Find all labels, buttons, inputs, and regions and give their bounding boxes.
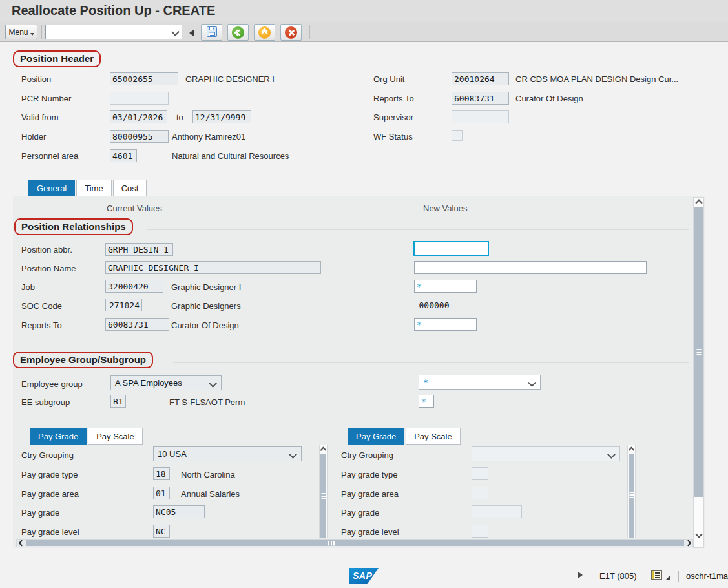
position-abbr-current-field[interactable] <box>105 243 173 256</box>
tab-general[interactable]: General <box>28 180 75 196</box>
holder-desc: Anthony Ramirez01 <box>172 132 245 142</box>
toolbar-separator <box>41 25 42 39</box>
pay-grade-area-label: Pay grade area <box>21 489 79 499</box>
position-name-new-field[interactable] <box>414 261 647 274</box>
collapse-left-icon[interactable] <box>189 30 194 36</box>
section-position-relationships: Position Relationships <box>14 218 133 235</box>
pay-grade-area-desc: Annual Salaries <box>181 489 240 499</box>
ee-subgroup-current-field[interactable] <box>110 395 126 408</box>
scroll-right-icon[interactable] <box>684 540 692 547</box>
divider <box>147 229 689 230</box>
employee-group-select[interactable]: A SPA Employees <box>110 375 222 390</box>
valid-from-field[interactable] <box>110 110 167 123</box>
org-unit-label: Org Unit <box>373 74 404 84</box>
tab-cost[interactable]: Cost <box>113 180 147 196</box>
position-name-current-field[interactable] <box>105 261 321 274</box>
scroll-thumb[interactable] <box>694 207 703 497</box>
holder-label: Holder <box>21 132 46 142</box>
job-desc: Graphic Designer I <box>171 282 241 292</box>
chevron-down-icon <box>528 379 536 387</box>
ee-subgroup-desc: FT S-FLSAOT Perm <box>169 397 245 407</box>
exit-button[interactable] <box>254 24 275 41</box>
horizontal-scrollbar[interactable] <box>16 539 693 547</box>
menu-button[interactable]: Menu <box>5 25 37 39</box>
pay-grade-field[interactable] <box>153 505 205 518</box>
chevron-down-icon <box>289 450 297 459</box>
scroll-thumb[interactable] <box>26 540 684 546</box>
tab-pay-grade-new[interactable]: Pay Grade <box>348 428 404 445</box>
ctry-grouping-select[interactable]: 10 USA <box>153 446 302 461</box>
pcr-number-field[interactable] <box>110 92 169 105</box>
reports-to-field[interactable] <box>452 92 509 105</box>
supervisor-label: Supervisor <box>373 112 413 122</box>
scroll-up-icon[interactable] <box>320 446 327 453</box>
ctry-grouping-new-select[interactable] <box>472 446 620 461</box>
sap-logo: SAP <box>349 568 379 584</box>
pay-grade-area-new-field[interactable] <box>472 487 488 499</box>
cancel-button[interactable] <box>280 24 302 41</box>
soc-code-desc: Graphic Designers <box>171 301 241 311</box>
pay-grade-type-new-field[interactable] <box>472 467 488 480</box>
scroll-left-icon[interactable] <box>17 540 25 547</box>
back-icon <box>232 26 244 39</box>
scroll-down-icon[interactable] <box>694 531 703 538</box>
personnel-area-field[interactable] <box>110 149 137 162</box>
status-menu-caret-icon[interactable] <box>666 576 670 580</box>
status-expand-icon[interactable] <box>578 572 583 578</box>
ctry-grouping-label: Ctry Grouping <box>21 450 74 460</box>
back-button[interactable] <box>227 24 249 41</box>
pay-current-vertical-scrollbar[interactable] <box>319 445 328 538</box>
wf-status-label: WF Status <box>373 132 413 142</box>
pay-grade-area-field[interactable] <box>153 487 170 499</box>
section-employee-group: Employee Group/Subgroup <box>13 352 153 368</box>
command-combobox[interactable] <box>45 25 182 39</box>
pay-grade-type-new-label: Pay grade type <box>341 470 397 479</box>
reports-to-desc: Curator Of Design <box>515 94 583 103</box>
pay-current-tabstrip: Pay Grade Pay Scale <box>30 428 143 445</box>
command-input[interactable] <box>48 26 165 39</box>
valid-to-field[interactable] <box>192 110 251 123</box>
tab-time[interactable]: Time <box>76 180 111 196</box>
tab-pay-scale-current[interactable]: Pay Scale <box>88 428 143 445</box>
soc-code-new-field[interactable] <box>415 299 453 311</box>
scroll-up-icon[interactable] <box>628 446 635 453</box>
job-current-field[interactable] <box>105 280 163 293</box>
new-values-header: New Values <box>423 204 467 213</box>
job-new-field[interactable] <box>414 280 477 293</box>
status-separator <box>678 571 679 582</box>
rel-reports-to-new-field[interactable] <box>414 318 477 331</box>
wf-status-field[interactable] <box>452 130 463 141</box>
pay-grade-new-field[interactable] <box>472 505 522 518</box>
employee-group-new-select[interactable]: * <box>419 375 541 390</box>
supervisor-field[interactable] <box>452 110 509 123</box>
rel-reports-to-current-field[interactable] <box>105 318 169 331</box>
cancel-icon <box>285 26 297 39</box>
ee-subgroup-new-field[interactable] <box>419 395 434 408</box>
holder-field[interactable] <box>110 130 169 143</box>
pay-grade-type-field[interactable] <box>153 467 170 480</box>
scroll-thumb[interactable] <box>629 454 634 538</box>
pay-grade-type-desc: North Carolina <box>181 470 235 479</box>
chevron-down-icon[interactable] <box>171 28 180 36</box>
tab-pay-grade-current[interactable]: Pay Grade <box>30 428 87 445</box>
save-button[interactable] <box>201 24 222 41</box>
main-vertical-scrollbar[interactable] <box>693 197 704 548</box>
position-field[interactable] <box>110 72 178 85</box>
scroll-up-icon[interactable] <box>694 200 703 206</box>
pay-grade-new-label: Pay grade <box>341 508 379 518</box>
personnel-area-label: Personnel area <box>21 151 78 161</box>
pay-new-tabstrip: Pay Grade Pay Scale <box>348 428 461 445</box>
tab-pay-scale-new[interactable]: Pay Scale <box>406 428 461 445</box>
pay-grade-level-new-field[interactable] <box>472 525 488 538</box>
org-unit-field[interactable] <box>452 72 509 85</box>
status-session-icon[interactable] <box>651 570 662 580</box>
scroll-thumb[interactable] <box>320 454 326 538</box>
pay-grade-level-new-label: Pay grade level <box>341 527 399 537</box>
position-abbr-new-field[interactable] <box>413 241 489 256</box>
soc-code-current-field[interactable] <box>105 299 142 311</box>
divider <box>111 61 717 61</box>
main-tabstrip: General Time Cost <box>28 180 147 196</box>
position-label: Position <box>21 74 51 84</box>
pay-new-vertical-scrollbar[interactable] <box>627 445 636 538</box>
pay-grade-level-field[interactable] <box>153 525 170 538</box>
